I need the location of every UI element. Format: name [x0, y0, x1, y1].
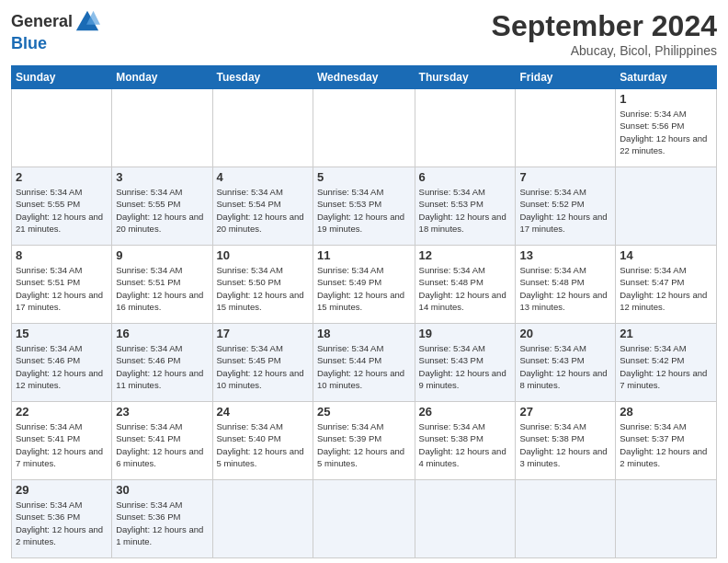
- day-num: 7: [519, 170, 611, 184]
- day-num: 16: [116, 327, 208, 340]
- day-info: Sunrise: 5:34 AMSunset: 5:54 PMDaylight:…: [217, 186, 309, 235]
- day-info: Sunrise: 5:34 AMSunset: 5:39 PMDaylight:…: [317, 420, 411, 469]
- day-num: 21: [620, 327, 712, 340]
- main-container: General Blue September 2024 Abucay, Bico…: [0, 0, 728, 563]
- day-num: 25: [317, 405, 411, 419]
- day-cell-29: 29Sunrise: 5:34 AMSunset: 5:36 PMDayligh…: [12, 480, 112, 558]
- day-cell-9: 9Sunrise: 5:34 AMSunset: 5:51 PMDaylight…: [112, 246, 212, 324]
- day-info: Sunrise: 5:34 AMSunset: 5:51 PMDaylight:…: [16, 264, 108, 313]
- day-cell-8: 8Sunrise: 5:34 AMSunset: 5:51 PMDaylight…: [12, 246, 112, 324]
- day-num: 23: [116, 405, 208, 419]
- day-cell-4: 4Sunrise: 5:34 AMSunset: 5:54 PMDaylight…: [212, 167, 313, 246]
- day-header-thursday: Thursday: [415, 66, 516, 89]
- day-header-sunday: Sunday: [12, 66, 112, 89]
- day-num: 17: [217, 327, 309, 340]
- empty-cell: [616, 167, 717, 246]
- empty-cell: [112, 89, 212, 167]
- empty-cell: [516, 480, 616, 558]
- location: Abucay, Bicol, Philippines: [492, 43, 717, 58]
- day-cell-16: 16Sunrise: 5:34 AMSunset: 5:46 PMDayligh…: [112, 324, 212, 402]
- calendar-table: SundayMondayTuesdayWednesdayThursdayFrid…: [11, 65, 717, 558]
- day-cell-1: 1Sunrise: 5:34 AMSunset: 5:56 PMDaylight…: [616, 89, 717, 167]
- logo-icon: [74, 9, 100, 35]
- calendar-week-2: 2Sunrise: 5:34 AMSunset: 5:55 PMDaylight…: [12, 167, 717, 246]
- calendar-week-5: 22Sunrise: 5:34 AMSunset: 5:41 PMDayligh…: [12, 402, 717, 480]
- day-info: Sunrise: 5:34 AMSunset: 5:42 PMDaylight:…: [620, 342, 712, 391]
- empty-cell: [516, 89, 616, 167]
- calendar-header-row: SundayMondayTuesdayWednesdayThursdayFrid…: [12, 66, 717, 89]
- day-info: Sunrise: 5:34 AMSunset: 5:37 PMDaylight:…: [620, 420, 712, 469]
- calendar-week-1: 1Sunrise: 5:34 AMSunset: 5:56 PMDaylight…: [12, 89, 717, 167]
- empty-cell: [616, 480, 717, 558]
- day-num: 8: [16, 248, 108, 262]
- day-cell-27: 27Sunrise: 5:34 AMSunset: 5:38 PMDayligh…: [516, 402, 616, 480]
- day-info: Sunrise: 5:34 AMSunset: 5:47 PMDaylight:…: [620, 264, 712, 313]
- day-info: Sunrise: 5:34 AMSunset: 5:36 PMDaylight:…: [16, 499, 108, 547]
- day-cell-28: 28Sunrise: 5:34 AMSunset: 5:37 PMDayligh…: [616, 402, 717, 480]
- day-num: 29: [16, 483, 108, 497]
- day-num: 1: [620, 92, 712, 106]
- day-info: Sunrise: 5:34 AMSunset: 5:45 PMDaylight:…: [217, 342, 309, 391]
- day-num: 5: [317, 170, 411, 184]
- day-info: Sunrise: 5:34 AMSunset: 5:52 PMDaylight:…: [519, 186, 611, 235]
- day-info: Sunrise: 5:34 AMSunset: 5:41 PMDaylight:…: [16, 420, 108, 469]
- day-num: 6: [419, 170, 512, 184]
- header: General Blue September 2024 Abucay, Bico…: [11, 9, 717, 58]
- day-info: Sunrise: 5:34 AMSunset: 5:36 PMDaylight:…: [116, 499, 208, 547]
- logo-blue: Blue: [11, 35, 100, 53]
- day-header-friday: Friday: [516, 66, 616, 89]
- day-cell-10: 10Sunrise: 5:34 AMSunset: 5:50 PMDayligh…: [212, 246, 313, 324]
- day-num: 9: [116, 248, 208, 262]
- calendar-week-4: 15Sunrise: 5:34 AMSunset: 5:46 PMDayligh…: [12, 324, 717, 402]
- day-info: Sunrise: 5:34 AMSunset: 5:51 PMDaylight:…: [116, 264, 208, 313]
- day-info: Sunrise: 5:34 AMSunset: 5:43 PMDaylight:…: [419, 342, 512, 391]
- day-info: Sunrise: 5:34 AMSunset: 5:38 PMDaylight:…: [519, 420, 611, 469]
- day-cell-12: 12Sunrise: 5:34 AMSunset: 5:48 PMDayligh…: [415, 246, 516, 324]
- day-info: Sunrise: 5:34 AMSunset: 5:56 PMDaylight:…: [620, 108, 712, 156]
- day-info: Sunrise: 5:34 AMSunset: 5:46 PMDaylight:…: [116, 342, 208, 391]
- calendar-week-3: 8Sunrise: 5:34 AMSunset: 5:51 PMDaylight…: [12, 246, 717, 324]
- day-info: Sunrise: 5:34 AMSunset: 5:48 PMDaylight:…: [419, 264, 512, 313]
- day-num: 15: [16, 327, 108, 340]
- day-cell-24: 24Sunrise: 5:34 AMSunset: 5:40 PMDayligh…: [212, 402, 313, 480]
- day-num: 3: [116, 170, 208, 184]
- logo: General Blue: [11, 9, 100, 53]
- empty-cell: [212, 89, 313, 167]
- day-cell-2: 2Sunrise: 5:34 AMSunset: 5:55 PMDaylight…: [12, 167, 112, 246]
- day-header-monday: Monday: [112, 66, 212, 89]
- day-num: 14: [620, 248, 712, 262]
- day-cell-13: 13Sunrise: 5:34 AMSunset: 5:48 PMDayligh…: [516, 246, 616, 324]
- day-cell-15: 15Sunrise: 5:34 AMSunset: 5:46 PMDayligh…: [12, 324, 112, 402]
- day-info: Sunrise: 5:34 AMSunset: 5:46 PMDaylight:…: [16, 342, 108, 391]
- month-title: September 2024: [492, 9, 717, 43]
- day-cell-26: 26Sunrise: 5:34 AMSunset: 5:38 PMDayligh…: [415, 402, 516, 480]
- empty-cell: [313, 480, 415, 558]
- day-cell-18: 18Sunrise: 5:34 AMSunset: 5:44 PMDayligh…: [313, 324, 415, 402]
- day-cell-22: 22Sunrise: 5:34 AMSunset: 5:41 PMDayligh…: [12, 402, 112, 480]
- day-cell-5: 5Sunrise: 5:34 AMSunset: 5:53 PMDaylight…: [313, 167, 415, 246]
- day-num: 4: [217, 170, 309, 184]
- day-info: Sunrise: 5:34 AMSunset: 5:50 PMDaylight:…: [217, 264, 309, 313]
- empty-cell: [12, 89, 112, 167]
- day-num: 12: [419, 248, 512, 262]
- day-header-wednesday: Wednesday: [313, 66, 415, 89]
- day-num: 27: [519, 405, 611, 419]
- day-cell-20: 20Sunrise: 5:34 AMSunset: 5:43 PMDayligh…: [516, 324, 616, 402]
- day-num: 10: [217, 248, 309, 262]
- day-header-tuesday: Tuesday: [212, 66, 313, 89]
- day-num: 20: [519, 327, 611, 340]
- empty-cell: [415, 89, 516, 167]
- day-num: 13: [519, 248, 611, 262]
- day-info: Sunrise: 5:34 AMSunset: 5:43 PMDaylight:…: [519, 342, 611, 391]
- day-info: Sunrise: 5:34 AMSunset: 5:53 PMDaylight:…: [317, 186, 411, 235]
- day-num: 18: [317, 327, 411, 340]
- day-cell-30: 30Sunrise: 5:34 AMSunset: 5:36 PMDayligh…: [112, 480, 212, 558]
- logo-general: General: [11, 13, 73, 31]
- logo-text: General Blue: [11, 9, 100, 53]
- day-cell-23: 23Sunrise: 5:34 AMSunset: 5:41 PMDayligh…: [112, 402, 212, 480]
- day-cell-7: 7Sunrise: 5:34 AMSunset: 5:52 PMDaylight…: [516, 167, 616, 246]
- day-num: 19: [419, 327, 512, 340]
- day-info: Sunrise: 5:34 AMSunset: 5:55 PMDaylight:…: [116, 186, 208, 235]
- day-num: 28: [620, 405, 712, 419]
- day-cell-19: 19Sunrise: 5:34 AMSunset: 5:43 PMDayligh…: [415, 324, 516, 402]
